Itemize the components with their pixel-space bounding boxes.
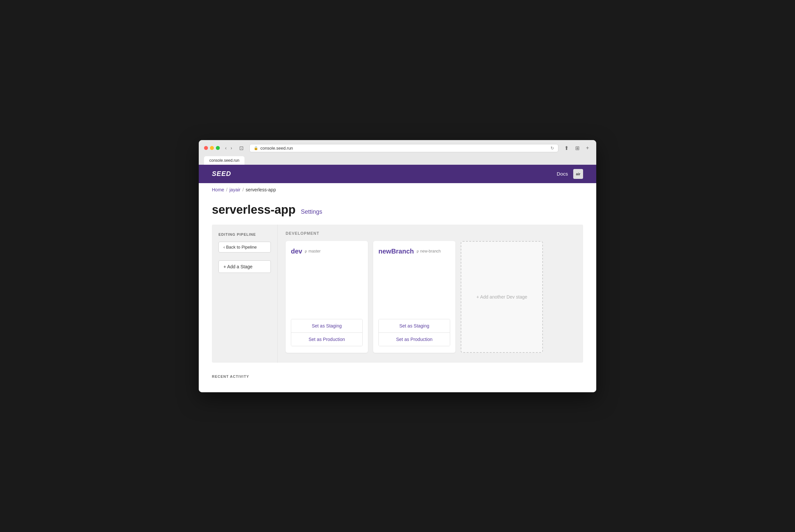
add-dev-stage-label: + Add another Dev stage bbox=[477, 294, 528, 300]
stage-name-newbranch: newBranch bbox=[378, 248, 414, 255]
breadcrumb-home[interactable]: Home bbox=[212, 187, 224, 192]
page-title: serverless-app bbox=[212, 203, 295, 217]
share-button[interactable]: ⬆ bbox=[562, 144, 571, 152]
breadcrumb-sep-1: / bbox=[226, 187, 227, 192]
breadcrumb-current: serverless-app bbox=[246, 187, 276, 192]
set-staging-btn-newbranch[interactable]: Set as Staging bbox=[379, 319, 450, 333]
new-tab-button[interactable]: ⊞ bbox=[573, 144, 581, 152]
docs-link[interactable]: Docs bbox=[557, 171, 568, 176]
sidebar-label: EDITING PIPELINE bbox=[219, 232, 271, 236]
branch-icon-newbranch: ƿ bbox=[417, 249, 419, 253]
avatar[interactable]: air bbox=[573, 169, 583, 179]
add-dev-stage-button[interactable]: + Add another Dev stage bbox=[461, 241, 543, 353]
stage-card-header-dev: dev ƿ master bbox=[291, 248, 363, 255]
maximize-button[interactable] bbox=[216, 146, 220, 150]
branch-name-dev: master bbox=[308, 249, 320, 253]
stage-actions-newbranch: Set as Staging Set as Production bbox=[378, 319, 450, 346]
development-section-label: DEVELOPMENT bbox=[285, 231, 575, 236]
stage-name-dev: dev bbox=[291, 248, 302, 255]
breadcrumb-sep-2: / bbox=[242, 187, 244, 192]
header-right: Docs air bbox=[557, 169, 583, 179]
pipeline-container: EDITING PIPELINE ‹ Back to Pipeline + Ad… bbox=[212, 225, 583, 363]
nav-buttons: ‹ › bbox=[224, 145, 233, 151]
set-staging-btn-dev[interactable]: Set as Staging bbox=[291, 319, 362, 333]
branch-info-newbranch: ƿ new-branch bbox=[417, 249, 441, 253]
set-production-btn-newbranch[interactable]: Set as Production bbox=[379, 333, 450, 346]
set-production-btn-dev[interactable]: Set as Production bbox=[291, 333, 362, 346]
tab-label: console.seed.run bbox=[209, 158, 239, 163]
branch-info-dev: ƿ master bbox=[305, 249, 320, 253]
browser-actions: ⬆ ⊞ + bbox=[562, 144, 591, 152]
active-tab[interactable]: console.seed.run bbox=[204, 156, 244, 165]
settings-link[interactable]: Settings bbox=[301, 208, 322, 215]
page-title-row: serverless-app Settings bbox=[212, 203, 583, 217]
browser-chrome: ‹ › ⊡ 🔒 console.seed.run ↻ ⬆ ⊞ + console… bbox=[199, 140, 596, 165]
stage-card-header-newbranch: newBranch ƿ new-branch bbox=[378, 248, 450, 255]
traffic-lights bbox=[204, 146, 220, 150]
site-header: SEED Docs air bbox=[199, 165, 596, 183]
close-button[interactable] bbox=[204, 146, 208, 150]
stage-card-newbranch: newBranch ƿ new-branch Set as Staging Se… bbox=[373, 241, 456, 353]
stages-row: dev ƿ master Set as Staging Set as Produ… bbox=[285, 241, 575, 353]
browser-top-bar: ‹ › ⊡ 🔒 console.seed.run ↻ ⬆ ⊞ + bbox=[204, 144, 591, 152]
address-bar[interactable]: 🔒 console.seed.run ↻ bbox=[249, 144, 558, 152]
minimize-button[interactable] bbox=[210, 146, 214, 150]
recent-activity: RECENT ACTIVITY bbox=[212, 373, 583, 379]
page-content: SEED Docs air Home / jayair / serverless… bbox=[199, 165, 596, 392]
add-button[interactable]: + bbox=[584, 144, 591, 152]
pipeline-sidebar: EDITING PIPELINE ‹ Back to Pipeline + Ad… bbox=[212, 225, 278, 363]
main-content: serverless-app Settings EDITING PIPELINE… bbox=[199, 196, 596, 392]
sidebar-toggle-button[interactable]: ⊡ bbox=[237, 144, 245, 152]
back-nav-button[interactable]: ‹ bbox=[224, 145, 228, 151]
url-text: console.seed.run bbox=[260, 146, 293, 151]
branch-name-newbranch: new-branch bbox=[420, 249, 441, 253]
tab-bar: console.seed.run bbox=[204, 155, 591, 165]
branch-icon-dev: ƿ bbox=[305, 249, 307, 253]
recent-activity-label: RECENT ACTIVITY bbox=[212, 375, 249, 378]
stage-card-dev: dev ƿ master Set as Staging Set as Produ… bbox=[285, 241, 368, 353]
breadcrumb-user[interactable]: jayair bbox=[229, 187, 240, 192]
forward-nav-button[interactable]: › bbox=[229, 145, 234, 151]
pipeline-main: DEVELOPMENT dev ƿ master bbox=[278, 225, 583, 363]
stage-actions-dev: Set as Staging Set as Production bbox=[291, 319, 363, 346]
browser-window: ‹ › ⊡ 🔒 console.seed.run ↻ ⬆ ⊞ + console… bbox=[199, 140, 596, 392]
lock-icon: 🔒 bbox=[254, 146, 258, 150]
add-stage-button[interactable]: + Add a Stage bbox=[219, 261, 271, 273]
breadcrumb: Home / jayair / serverless-app bbox=[199, 183, 596, 196]
site-logo: SEED bbox=[212, 170, 231, 177]
back-to-pipeline-button[interactable]: ‹ Back to Pipeline bbox=[219, 242, 271, 252]
reload-icon[interactable]: ↻ bbox=[551, 146, 554, 151]
